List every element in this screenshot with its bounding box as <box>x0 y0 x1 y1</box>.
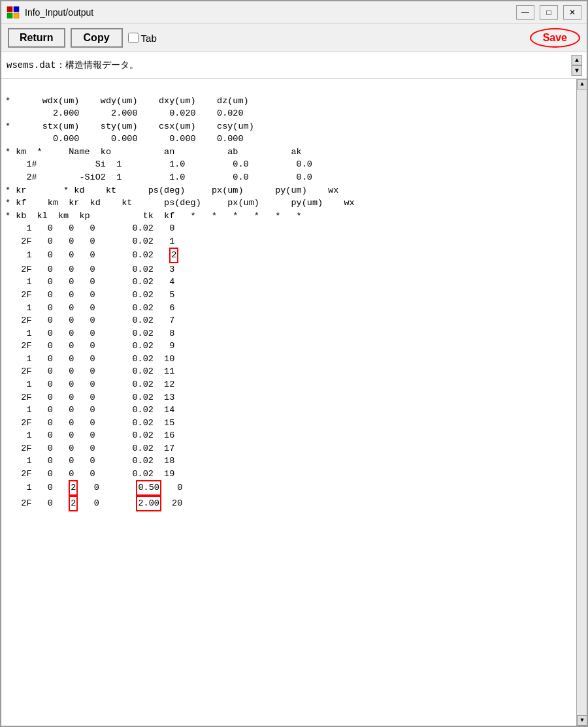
text-content[interactable]: * wdx(um) wdy(um) dxy(um) dz(um) 2.000 2… <box>1 79 576 726</box>
highlight-col3-31: 2 <box>69 480 78 496</box>
line-26: 2F 0 0 0 0.02 15 <box>5 418 174 428</box>
line-20: 2F 0 0 0 0.02 9 <box>5 341 174 351</box>
line-18: 2F 0 0 0 0.02 7 <box>5 315 174 325</box>
line-27: 1 0 0 0 0.02 16 <box>5 430 174 440</box>
window-controls: — □ ✕ <box>516 5 581 20</box>
line-4: 0.000 0.000 0.000 0.000 <box>5 134 244 144</box>
line-16: 2F 0 0 0 0.02 5 <box>5 290 174 300</box>
svg-rect-2 <box>7 13 12 18</box>
close-button[interactable]: ✕ <box>563 5 581 20</box>
line-31: 1 0 2 0 0.50 0 <box>5 483 182 493</box>
line-28: 2F 0 0 0 0.02 17 <box>5 444 174 453</box>
scroll-down-button[interactable]: ▼ <box>577 715 587 726</box>
line-32: 2F 0 2 0 2.00 20 <box>5 498 182 508</box>
app-icon <box>7 6 20 19</box>
line-24: 2F 0 0 0 0.02 13 <box>5 393 174 402</box>
info-scrollbar: ▲ ▼ <box>571 55 581 76</box>
line-7: 2# -SiO2 1 1.0 0.0 0.0 <box>5 172 312 182</box>
tab-checkbox[interactable] <box>128 33 139 43</box>
line-1: * wdx(um) wdy(um) dxy(um) dz(um) <box>5 96 249 106</box>
save-button[interactable]: Save <box>530 28 580 48</box>
line-11: 1 0 0 0 0.02 0 <box>5 223 174 233</box>
line-14: 2F 0 0 0 0.02 3 <box>5 265 174 274</box>
line-12: 2F 0 0 0 0.02 1 <box>5 236 174 246</box>
right-scrollbar: ▲ ▼ <box>576 79 587 726</box>
scroll-track[interactable] <box>577 89 587 715</box>
svg-rect-0 <box>7 7 12 12</box>
title-bar: Info_Input/output — □ ✕ <box>1 1 587 24</box>
highlight-tk-31: 0.50 <box>136 480 161 496</box>
highlight-col3-32: 2 <box>69 496 78 511</box>
return-button[interactable]: Return <box>8 28 65 48</box>
svg-rect-3 <box>14 13 19 18</box>
tab-checkbox-label[interactable]: Tab <box>128 33 157 44</box>
scroll-down-arrow[interactable]: ▼ <box>572 65 582 76</box>
line-13: 1 0 0 0 0.02 2 <box>5 250 178 260</box>
line-2: 2.000 2.000 0.020 0.020 <box>5 108 244 118</box>
line-3: * stx(um) sty(um) csx(um) csy(um) <box>5 121 254 131</box>
info-bar: wsems.dat：構造情報データ。 ▲ ▼ <box>1 52 587 79</box>
highlight-2: 2 <box>169 248 178 263</box>
svg-rect-1 <box>14 7 19 12</box>
line-8: * kr * kd kt ps(deg) px(um) py(um) wx <box>5 186 338 195</box>
maximize-button[interactable]: □ <box>540 5 558 20</box>
scroll-up-arrow[interactable]: ▲ <box>572 55 582 65</box>
line-25: 1 0 0 0 0.02 14 <box>5 405 174 415</box>
tab-label: Tab <box>141 33 157 44</box>
highlight-tk-32: 2.00 <box>136 496 161 511</box>
toolbar: Return Copy Tab Save <box>1 24 587 52</box>
line-5: * km * Name ko an ab ak <box>5 147 302 157</box>
info-text: wsems.dat：構造情報データ。 <box>7 59 139 71</box>
line-29: 1 0 0 0 0.02 18 <box>5 456 174 466</box>
line-30: 2F 0 0 0 0.02 19 <box>5 469 174 479</box>
main-window: Info_Input/output — □ ✕ Return Copy Tab … <box>0 0 588 727</box>
scroll-up-button[interactable]: ▲ <box>577 79 587 89</box>
copy-button[interactable]: Copy <box>71 28 123 48</box>
line-10: * kb kl km kp tk kf * * * * * * <box>5 211 302 221</box>
window-title: Info_Input/output <box>25 7 511 18</box>
line-9: * kf km kr kd kt ps(deg) px(um) py(um) w… <box>5 198 355 208</box>
line-15: 1 0 0 0 0.02 4 <box>5 277 174 287</box>
content-area: * wdx(um) wdy(um) dxy(um) dz(um) 2.000 2… <box>1 79 587 726</box>
line-21: 1 0 0 0 0.02 10 <box>5 354 174 364</box>
line-23: 1 0 0 0 0.02 12 <box>5 380 174 389</box>
line-19: 1 0 0 0 0.02 8 <box>5 329 174 338</box>
line-17: 1 0 0 0 0.02 6 <box>5 303 174 313</box>
line-6: 1# Si 1 1.0 0.0 0.0 <box>5 159 312 169</box>
line-22: 2F 0 0 0 0.02 11 <box>5 366 174 376</box>
minimize-button[interactable]: — <box>516 5 534 20</box>
